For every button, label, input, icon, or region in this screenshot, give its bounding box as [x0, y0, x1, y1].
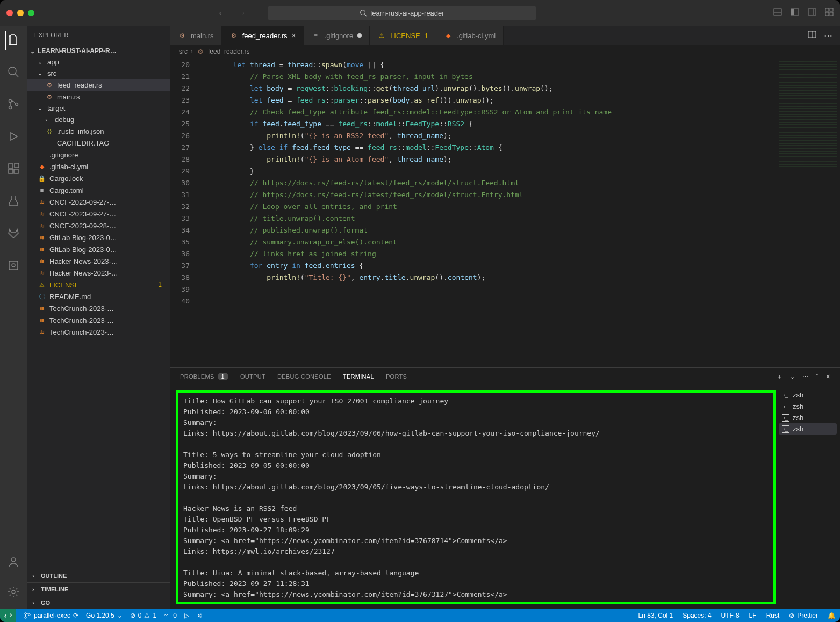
svg-point-24	[11, 558, 16, 562]
explorer-icon[interactable]	[5, 31, 22, 50]
file-item[interactable]: ≋CNCF-2023-09-27-…	[27, 208, 170, 220]
cursor-position[interactable]: Ln 83, Col 1	[638, 612, 673, 619]
terminal-output[interactable]: Title: How GitLab can support your ISO 2…	[176, 390, 776, 604]
file-item[interactable]: ≋TechCrunch-2023-…	[27, 326, 170, 338]
file-item[interactable]: ≋GitLab Blog-2023-0…	[27, 232, 170, 243]
gitlab-icon[interactable]	[5, 225, 22, 244]
git-branch[interactable]: parallel-exec⟳	[24, 612, 78, 619]
editor-tab[interactable]: ◆.gitlab-ci.yml	[436, 26, 504, 45]
outline-section[interactable]: ›OUTLINE	[27, 569, 170, 582]
radio-status[interactable]: ᯤ0	[164, 612, 177, 619]
debug-console-tab[interactable]: DEBUG CONSOLE	[277, 371, 331, 382]
nav-back-icon[interactable]: ←	[217, 8, 227, 19]
language-mode[interactable]: Rust	[766, 612, 780, 619]
terminal-dropdown-icon[interactable]: ⌄	[790, 373, 795, 380]
terminal-tab[interactable]: TERMINAL	[343, 371, 374, 382]
output-tab[interactable]: OUTPUT	[240, 371, 265, 382]
editor-more-icon[interactable]: ⋯	[824, 31, 832, 41]
ports-tab[interactable]: PORTS	[386, 371, 407, 382]
search-icon[interactable]	[5, 63, 22, 83]
eol[interactable]: LF	[749, 612, 757, 619]
file-item[interactable]: ≋CNCF-2023-09-28-…	[27, 220, 170, 232]
go-version[interactable]: Go 1.20.5⌄	[86, 612, 123, 619]
workspace-root[interactable]: ⌄LEARN-RUST-AI-APP-R…	[27, 46, 170, 56]
editor-tab[interactable]: ⚙feed_reader.rs×	[222, 26, 304, 45]
problems-status[interactable]: ⊘0⚠1	[130, 612, 156, 619]
code-editor[interactable]: let thread = thread::spawn(move || { // …	[199, 58, 776, 367]
file-item[interactable]: {}.rustc_info.json	[27, 125, 170, 137]
folder-item[interactable]: ⌄target	[27, 103, 170, 114]
file-item[interactable]: ≋TechCrunch-2023-…	[27, 302, 170, 314]
svg-point-25	[12, 590, 15, 594]
activity-bar	[0, 26, 27, 609]
file-item[interactable]: ≋GitLab Blog-2023-0…	[27, 243, 170, 255]
source-control-icon[interactable]	[5, 96, 22, 115]
split-editor-icon[interactable]	[808, 30, 816, 41]
notifications-icon[interactable]: 🔔	[828, 612, 836, 619]
go-section[interactable]: ›GO	[27, 596, 170, 609]
encoding[interactable]: UTF-8	[721, 612, 740, 619]
file-item[interactable]: ⚙feed_reader.rs	[27, 79, 170, 91]
close-tab-icon[interactable]: ×	[291, 31, 296, 40]
live-share-icon[interactable]: ⤭	[197, 612, 202, 619]
file-item[interactable]: ⓘREADME.md	[27, 291, 170, 302]
breadcrumb[interactable]: src › ⚙ feed_reader.rs	[170, 45, 840, 58]
debug-start-icon[interactable]: ▷	[184, 612, 189, 619]
search-text: learn-rust-ai-app-reader	[370, 9, 444, 17]
editor-tab[interactable]: ⚠LICENSE1	[370, 26, 436, 45]
file-item[interactable]: ≋TechCrunch-2023-…	[27, 314, 170, 326]
terminal-instance[interactable]: ›_zsh	[779, 401, 837, 412]
file-item[interactable]: ≡CACHEDIR.TAG	[27, 137, 170, 149]
layout-sidebar-icon[interactable]	[791, 8, 799, 18]
command-center[interactable]: learn-rust-ai-app-reader	[268, 6, 536, 20]
layout-panel-icon[interactable]	[773, 8, 782, 18]
maximize-panel-icon[interactable]: ˆ	[816, 373, 818, 380]
prettier-status[interactable]: ⊘Prettier	[789, 612, 818, 619]
layout-sidebar-right-icon[interactable]	[808, 8, 816, 18]
panel: PROBLEMS1 OUTPUT DEBUG CONSOLE TERMINAL …	[170, 367, 840, 609]
indentation[interactable]: Spaces: 4	[683, 612, 711, 619]
terminal-instance[interactable]: ›_zsh	[779, 389, 837, 401]
file-item[interactable]: ≋CNCF-2023-09-27-…	[27, 196, 170, 208]
terminal-instance[interactable]: ›_zsh	[779, 423, 837, 435]
file-item[interactable]: ≡Cargo.toml	[27, 184, 170, 196]
file-item[interactable]: ◆.gitlab-ci.yml	[27, 161, 170, 172]
manage-gear-icon[interactable]	[5, 583, 22, 603]
editor-tab[interactable]: ⚙main.rs	[170, 26, 222, 45]
terminal-instance[interactable]: ›_zsh	[779, 412, 837, 423]
minimize-window[interactable]	[17, 10, 24, 16]
rust-icon: ⚙	[196, 47, 205, 56]
file-item[interactable]: ≋Hacker News-2023-…	[27, 267, 170, 279]
close-window[interactable]	[6, 10, 13, 16]
panel-more-icon[interactable]: ⋯	[802, 373, 808, 380]
breadcrumb-item[interactable]: feed_reader.rs	[208, 48, 249, 55]
workspace-name: LEARN-RUST-AI-APP-R…	[38, 47, 117, 55]
file-item[interactable]: ≡.gitignore	[27, 149, 170, 161]
maximize-window[interactable]	[28, 10, 34, 16]
editor-tab[interactable]: ≡.gitignore	[304, 26, 370, 45]
settings-gear-icon[interactable]	[5, 257, 22, 276]
layout-customize-icon[interactable]	[825, 8, 834, 18]
file-item[interactable]: ≋Hacker News-2023-…	[27, 255, 170, 267]
problems-tab[interactable]: PROBLEMS1	[180, 371, 228, 382]
file-item[interactable]: ⚙main.rs	[27, 91, 170, 103]
nav-forward-icon[interactable]: →	[236, 8, 246, 19]
folder-item[interactable]: ›debug	[27, 114, 170, 125]
sidebar-more-icon[interactable]: ⋯	[157, 31, 163, 38]
file-item[interactable]: 🔒Cargo.lock	[27, 172, 170, 184]
close-panel-icon[interactable]: ✕	[825, 373, 830, 380]
minimap[interactable]	[776, 58, 840, 367]
svg-marker-17	[11, 133, 17, 140]
accounts-icon[interactable]	[5, 553, 22, 573]
extensions-icon[interactable]	[5, 160, 22, 179]
testing-icon[interactable]	[5, 192, 22, 212]
new-terminal-icon[interactable]: ＋	[777, 373, 782, 381]
file-item[interactable]: ⚠LICENSE1	[27, 279, 170, 291]
folder-item[interactable]: ⌄app	[27, 56, 170, 68]
breadcrumb-item[interactable]: src	[179, 48, 188, 55]
remote-indicator[interactable]	[0, 609, 16, 622]
svg-rect-2	[774, 9, 781, 15]
run-debug-icon[interactable]	[5, 128, 22, 147]
timeline-section[interactable]: ›TIMELINE	[27, 582, 170, 596]
folder-item[interactable]: ⌄src	[27, 68, 170, 79]
